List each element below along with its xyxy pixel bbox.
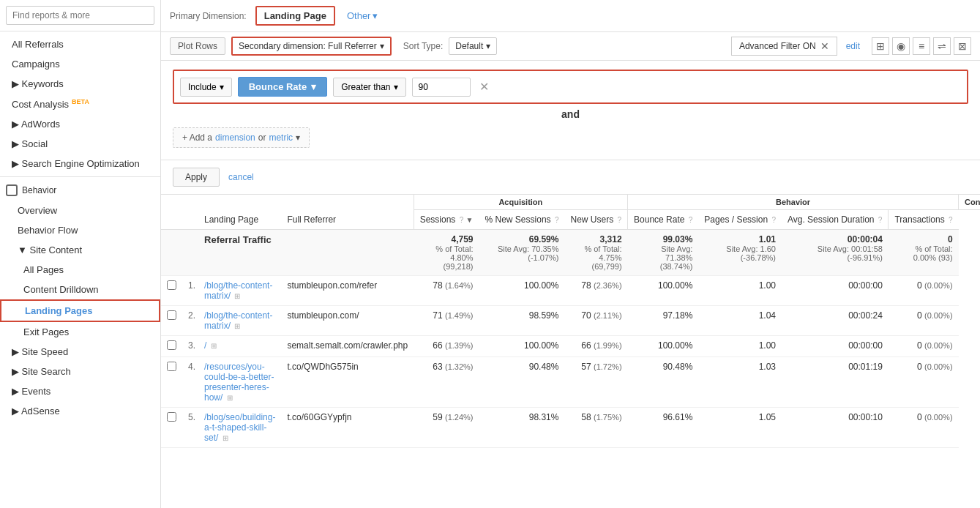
filter-and-label: and [173, 104, 968, 124]
sidebar-item-all-referrals[interactable]: All Referrals [0, 34, 160, 54]
row-checkbox[interactable] [161, 408, 182, 448]
row-checkbox[interactable] [161, 306, 182, 336]
col-pct-new-sessions-header[interactable]: % New Sessions ? [479, 210, 565, 230]
col-pages-session-header[interactable]: Pages / Session ? [698, 210, 782, 230]
row-num: 1. [182, 276, 198, 306]
sidebar-item-landing-pages[interactable]: Landing Pages [0, 299, 160, 322]
include-button[interactable]: Include ▾ [180, 78, 232, 97]
sidebar-item-behavior[interactable]: Behavior [0, 180, 160, 201]
landing-page-link[interactable]: /blog/seo/building-a-t-shaped-skill-set/ [204, 412, 275, 443]
summary-sessions-value: 4,759 [419, 234, 473, 244]
summary-sessions-sub: % of Total: 4.80% (99,218) [419, 244, 473, 271]
filter-remove-icon[interactable]: ✕ [479, 80, 489, 94]
secondary-dim-label: Secondary dimension: Full Referrer [239, 41, 377, 51]
edit-filter-link[interactable]: edit [846, 41, 860, 51]
sidebar-item-events[interactable]: ▶ Events [0, 381, 160, 401]
compare-view-icon[interactable]: ⇌ [933, 37, 951, 55]
col-avg-session-header[interactable]: Avg. Session Duration ? [782, 210, 889, 230]
row-avg-session: 00:00:10 [782, 408, 889, 448]
sidebar-item-content-drilldown[interactable]: Content Drilldown [0, 280, 160, 299]
summary-pct-new-sub: Site Avg: 70.35% (-1.07%) [485, 244, 559, 262]
row-checkbox[interactable] [161, 276, 182, 306]
sidebar-item-adsense[interactable]: ▶ AdSense [0, 401, 160, 421]
landing-page-link[interactable]: / [204, 340, 206, 351]
behavior-group-header: Behavior [628, 195, 959, 210]
main-content: Primary Dimension: Landing Page Other ▾ … [161, 0, 980, 508]
add-btn-label: + Add a [182, 132, 212, 143]
sidebar-item-exit-pages[interactable]: Exit Pages [0, 322, 160, 342]
pivot-view-icon[interactable]: ⊠ [954, 37, 971, 55]
greater-than-label: Greater than [341, 82, 390, 92]
row-bounce-rate: 90.48% [628, 357, 699, 408]
behavior-icon [6, 184, 18, 196]
filter-value-input[interactable] [412, 78, 471, 97]
row-transactions: 0 (0.00%) [889, 336, 959, 357]
summary-bounce-rate-cell: 99.03% Site Avg: 71.38% (38.74%) [628, 230, 699, 276]
summary-pages-session-cell: 1.01 Site Avg: 1.60 (-36.78%) [698, 230, 782, 276]
grid-view-icon[interactable]: ⊞ [872, 37, 889, 55]
sidebar-item-overview[interactable]: Overview [0, 201, 160, 220]
search-box[interactable] [0, 0, 160, 31]
sidebar-item-campaigns[interactable]: Campaigns [0, 54, 160, 74]
sidebar-item-seo[interactable]: ▶ Search Engine Optimization [0, 154, 160, 173]
other-btn[interactable]: Other ▾ [341, 7, 384, 24]
row-avg-session: 00:00:00 [782, 336, 889, 357]
sidebar-item-adwords[interactable]: ▶ AdWords [0, 114, 160, 134]
summary-transactions-cell: 0 % of Total: 0.00% (93) [889, 230, 959, 276]
sidebar-item-site-search[interactable]: ▶ Site Search [0, 362, 160, 381]
ext-link-icon[interactable]: ⊞ [234, 292, 240, 300]
bounce-rate-arrow-icon: ▾ [311, 81, 316, 92]
sidebar-item-all-pages[interactable]: All Pages [0, 260, 160, 280]
row-pages-session: 1.00 [698, 336, 782, 357]
landing-page-tab[interactable]: Landing Page [255, 6, 335, 26]
bounce-rate-button[interactable]: Bounce Rate ▾ [238, 77, 327, 97]
behavior-label: Behavior [22, 185, 56, 195]
cancel-link[interactable]: cancel [228, 172, 254, 182]
table-container: Landing Page Full Referrer Acquisition B… [161, 195, 980, 448]
ext-link-icon[interactable]: ⊞ [227, 394, 233, 402]
apply-button[interactable]: Apply [173, 168, 220, 187]
help-icon-sessions: ? [460, 216, 464, 224]
sidebar-item-social[interactable]: ▶ Social [0, 134, 160, 154]
sidebar-item-keywords[interactable]: ▶ Keywords [0, 74, 160, 94]
sort-type-select[interactable]: Default ▾ [449, 37, 497, 55]
advanced-filter-label: Advanced Filter ON [739, 41, 816, 51]
filter-close-icon[interactable]: ✕ [820, 40, 829, 52]
row-checkbox[interactable] [161, 357, 182, 408]
search-input[interactable] [6, 6, 154, 25]
ext-link-icon[interactable]: ⊞ [222, 434, 228, 442]
col-landing-page-header[interactable]: Landing Page [198, 195, 281, 230]
metric-link[interactable]: metric [269, 132, 293, 143]
row-pages-session: 1.00 [698, 276, 782, 306]
row-num: 2. [182, 306, 198, 336]
row-avg-session: 00:00:00 [782, 276, 889, 306]
add-dimension-button[interactable]: + Add a dimension or metric ▾ [173, 127, 310, 148]
row-avg-session: 00:01:19 [782, 357, 889, 408]
col-transactions-header[interactable]: Transactions ? [889, 210, 959, 230]
sidebar-item-site-content[interactable]: ▼ Site Content [0, 240, 160, 260]
secondary-dim-arrow-icon: ▾ [380, 41, 384, 51]
summary-pages-session-value: 1.01 [704, 234, 776, 244]
list-view-icon[interactable]: ≡ [913, 37, 930, 55]
apply-row: Apply cancel [161, 160, 980, 195]
col-sessions-header[interactable]: Sessions ? ▼ [414, 210, 479, 230]
ext-link-icon[interactable]: ⊞ [234, 322, 240, 330]
sidebar-item-cost-analysis[interactable]: Cost AnalysisBETA [0, 94, 160, 114]
dimension-link[interactable]: dimension [215, 132, 255, 143]
col-full-referrer-header[interactable]: Full Referrer [281, 195, 414, 230]
sidebar-item-site-speed[interactable]: ▶ Site Speed [0, 342, 160, 362]
secondary-dim-select[interactable]: Secondary dimension: Full Referrer ▾ [231, 37, 392, 56]
col-bounce-rate-header[interactable]: Bounce Rate ? [628, 210, 699, 230]
plot-rows-button[interactable]: Plot Rows [170, 37, 225, 55]
row-checkbox[interactable] [161, 336, 182, 357]
sort-arrow-sessions-icon: ▼ [466, 216, 474, 224]
pie-view-icon[interactable]: ◉ [892, 37, 910, 55]
sidebar-item-behavior-flow[interactable]: Behavior Flow [0, 220, 160, 240]
row-bounce-rate: 96.61% [628, 408, 699, 448]
ext-link-icon[interactable]: ⊞ [211, 342, 217, 350]
greater-than-button[interactable]: Greater than ▾ [333, 78, 405, 97]
row-landing-page: / ⊞ [198, 336, 281, 357]
col-new-users-header[interactable]: New Users ? [564, 210, 627, 230]
landing-page-link[interactable]: /resources/you-could-be-a-better-present… [204, 362, 274, 403]
sidebar: All Referrals Campaigns ▶ Keywords Cost … [0, 0, 161, 508]
